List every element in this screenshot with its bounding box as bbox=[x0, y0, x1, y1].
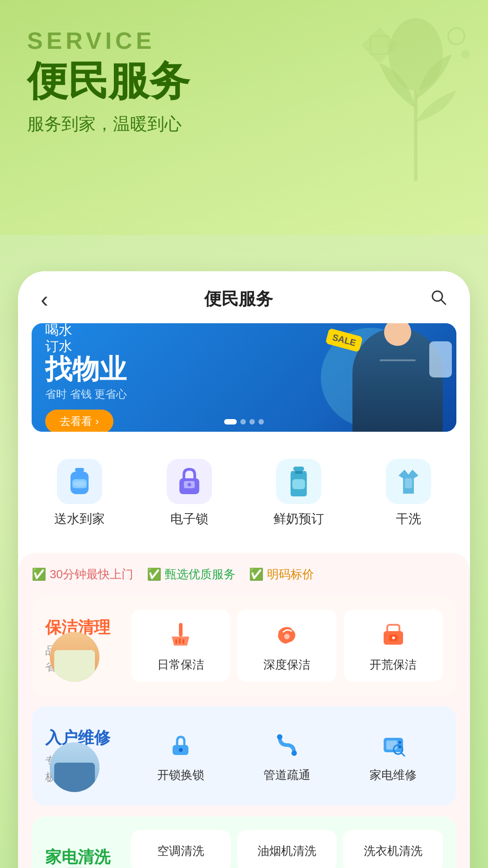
svg-rect-17 bbox=[179, 623, 183, 637]
appliance-title: 家电清洗 bbox=[45, 846, 122, 868]
service-locksmith[interactable]: 开锁换锁 bbox=[131, 720, 230, 792]
service-appliance-repair[interactable]: 家电维修 bbox=[344, 720, 443, 792]
badges-row: ✅ 30分钟最快上门 ✅ 甄选优质服务 ✅ 明码标价 bbox=[32, 566, 456, 582]
search-button[interactable] bbox=[429, 288, 447, 310]
appliance-cleaning-block: 家电清洗 杀菌去污深层洁净 空调清洗 油烟机清洗 洗衣机清洗 热水器清洗 冰箱清… bbox=[32, 816, 456, 868]
check-icon-green: ✅ bbox=[147, 567, 161, 581]
service-washer-clean[interactable]: 洗衣机清洗 bbox=[343, 830, 443, 868]
quick-icon-lock[interactable]: 电子锁 bbox=[137, 450, 242, 537]
quick-icon-milk-label: 鲜奶预订 bbox=[273, 510, 324, 528]
back-button[interactable]: ‹ bbox=[41, 288, 48, 311]
repair-service-block: 入户维修 专业修理极速响应 bbox=[32, 706, 456, 806]
locksmith-label: 开锁换锁 bbox=[157, 767, 204, 783]
service-pipe[interactable]: 管道疏通 bbox=[237, 720, 336, 792]
pipe-label: 管道疏通 bbox=[263, 767, 310, 783]
service-hood-clean[interactable]: 油烟机清洗 bbox=[237, 830, 337, 868]
svg-rect-20 bbox=[183, 639, 184, 644]
svg-line-5 bbox=[441, 300, 446, 304]
page-title: 便民服务 bbox=[204, 288, 273, 311]
check-icon-orange: ✅ bbox=[249, 567, 263, 581]
banner[interactable]: 喝水 订水 找物业 省时 省钱 更省心 去看看 › SALE bbox=[32, 323, 456, 432]
svg-rect-14 bbox=[292, 479, 305, 489]
reclaim-clean-label: 开荒保洁 bbox=[370, 657, 417, 673]
service-ac-clean[interactable]: 空调清洗 bbox=[131, 830, 231, 868]
service-subtitle: 服务到家，温暖到心 bbox=[27, 113, 461, 136]
deep-clean-label: 深度保洁 bbox=[263, 657, 310, 673]
check-icon-red: ✅ bbox=[32, 567, 46, 581]
svg-point-9 bbox=[73, 481, 86, 486]
badge-quality: ✅ 甄选优质服务 bbox=[147, 566, 235, 582]
svg-point-31 bbox=[399, 741, 401, 744]
quick-icons-row: 送水到家 电子锁 bbox=[18, 445, 470, 546]
service-deep-clean[interactable]: 深度保洁 bbox=[237, 609, 336, 682]
top-bar: ‹ 便民服务 bbox=[18, 271, 470, 323]
badge-price: ✅ 明码标价 bbox=[249, 566, 314, 582]
service-daily-clean[interactable]: 日常保洁 bbox=[131, 609, 230, 682]
service-en-label: SERVICE bbox=[27, 27, 461, 54]
repair-items: 开锁换锁 管道疏通 bbox=[131, 720, 443, 792]
service-reclaim-clean[interactable]: 开荒保洁 bbox=[344, 609, 443, 682]
appliance-repair-label: 家电维修 bbox=[370, 767, 417, 783]
svg-point-24 bbox=[392, 637, 395, 639]
svg-rect-15 bbox=[295, 471, 302, 474]
appliance-items: 空调清洗 油烟机清洗 洗衣机清洗 热水器清洗 冰箱清洗 地暖清洗 bbox=[131, 830, 443, 868]
quick-icon-lock-label: 电子锁 bbox=[170, 510, 208, 528]
quick-icon-water[interactable]: 送水到家 bbox=[27, 450, 132, 537]
services-section: ✅ 30分钟最快上门 ✅ 甄选优质服务 ✅ 明码标价 保洁清理 品质服务省时省心 bbox=[18, 553, 470, 868]
quick-icon-water-label: 送水到家 bbox=[54, 510, 105, 528]
service-zh-title: 便民服务 bbox=[27, 59, 461, 104]
banner-cta-button[interactable]: 去看看 › bbox=[45, 410, 113, 432]
svg-line-34 bbox=[401, 753, 404, 756]
quick-icon-dryclean-label: 干洗 bbox=[396, 510, 421, 528]
daily-clean-label: 日常保洁 bbox=[157, 657, 204, 673]
svg-point-21 bbox=[284, 634, 290, 639]
svg-point-12 bbox=[188, 483, 191, 486]
svg-point-26 bbox=[179, 748, 183, 752]
svg-rect-19 bbox=[179, 638, 181, 644]
cleaning-items: 日常保洁 深度保洁 bbox=[131, 609, 443, 682]
svg-point-28 bbox=[291, 750, 297, 756]
quick-icon-dryclean[interactable]: 干洗 bbox=[356, 450, 461, 537]
quick-icon-milk[interactable]: 鲜奶预订 bbox=[246, 450, 352, 537]
phone-card: ‹ 便民服务 喝水 订水 找物业 省时 省钱 更省心 去看看 › bbox=[18, 271, 470, 868]
svg-rect-16 bbox=[405, 478, 412, 488]
svg-rect-6 bbox=[75, 468, 84, 472]
badge-speed: ✅ 30分钟最快上门 bbox=[32, 566, 133, 582]
svg-point-27 bbox=[277, 734, 282, 740]
cleaning-service-block: 保洁清理 品质服务省时省心 bbox=[32, 596, 456, 695]
svg-rect-13 bbox=[293, 467, 304, 471]
svg-rect-18 bbox=[175, 639, 177, 644]
